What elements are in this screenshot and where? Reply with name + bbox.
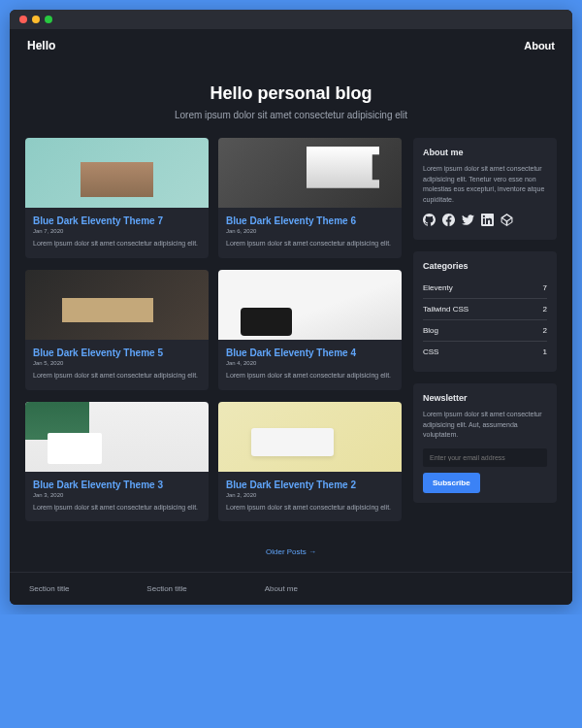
traffic-close[interactable] <box>19 16 27 23</box>
post-date: Jan 7, 2020 <box>33 228 201 234</box>
browser-window: Hello About Hello personal blog Lorem ip… <box>10 10 572 605</box>
about-text: Lorem ipsum dolor sit amet consectetur a… <box>423 164 547 205</box>
footer-col-title: Section title <box>146 584 186 593</box>
linkedin-icon[interactable] <box>481 213 494 230</box>
post-date: Jan 4, 2020 <box>226 360 394 366</box>
facebook-icon[interactable] <box>442 213 455 230</box>
post-card[interactable]: Blue Dark Eleventy Theme 6 Jan 6, 2020 L… <box>218 138 402 258</box>
traffic-minimize[interactable] <box>32 16 40 23</box>
hero-title: Hello personal blog <box>27 83 555 104</box>
post-excerpt: Lorem ipsum dolor sit amet consectetur a… <box>226 371 394 381</box>
post-thumb <box>218 270 402 340</box>
top-nav: Hello About <box>10 29 572 62</box>
post-excerpt: Lorem ipsum dolor sit amet consectetur a… <box>226 503 394 513</box>
categories-title: Categories <box>423 261 547 271</box>
post-excerpt: Lorem ipsum dolor sit amet consectetur a… <box>33 371 201 381</box>
category-count: 1 <box>543 347 547 356</box>
post-title-link[interactable]: Blue Dark Eleventy Theme 3 <box>33 480 201 490</box>
category-count: 2 <box>543 326 547 335</box>
pagination: Older Posts → <box>10 535 572 572</box>
subscribe-button[interactable]: Subscribe <box>423 473 480 493</box>
browser-chrome <box>10 10 572 29</box>
post-card[interactable]: Blue Dark Eleventy Theme 3 Jan 3, 2020 L… <box>25 402 209 522</box>
hero: Hello personal blog Lorem ipsum dolor si… <box>10 62 572 138</box>
post-card[interactable]: Blue Dark Eleventy Theme 2 Jan 2, 2020 L… <box>218 402 402 522</box>
about-title: About me <box>423 148 547 157</box>
nav-about-link[interactable]: About <box>524 40 555 51</box>
post-date: Jan 2, 2020 <box>226 492 394 498</box>
post-date: Jan 3, 2020 <box>33 492 201 498</box>
post-thumb <box>25 138 209 208</box>
category-count: 7 <box>543 283 547 292</box>
newsletter-card: Newsletter Lorem ipsum dolor sit amet co… <box>413 383 557 503</box>
newsletter-text: Lorem ipsum dolor sit amet consectetur a… <box>423 410 547 441</box>
newsletter-title: Newsletter <box>423 393 547 403</box>
twitter-icon[interactable] <box>462 213 474 230</box>
category-name: Tailwind CSS <box>423 305 469 314</box>
older-posts-link[interactable]: Older Posts → <box>266 547 316 556</box>
posts-grid: Blue Dark Eleventy Theme 7 Jan 7, 2020 L… <box>25 138 402 521</box>
main-layout: Blue Dark Eleventy Theme 7 Jan 7, 2020 L… <box>10 138 572 535</box>
sidebar: About me Lorem ipsum dolor sit amet cons… <box>413 138 557 521</box>
page-content: Hello About Hello personal blog Lorem ip… <box>10 29 572 605</box>
brand-link[interactable]: Hello <box>27 39 55 52</box>
category-count: 2 <box>543 305 547 314</box>
about-card: About me Lorem ipsum dolor sit amet cons… <box>413 138 557 240</box>
hero-subtitle: Lorem ipsum dolor sit amet consectetur a… <box>27 110 555 120</box>
newsletter-email-input[interactable] <box>423 448 547 467</box>
post-excerpt: Lorem ipsum dolor sit amet consectetur a… <box>33 503 201 513</box>
post-card[interactable]: Blue Dark Eleventy Theme 7 Jan 7, 2020 L… <box>25 138 209 258</box>
category-item[interactable]: Eleventy 7 <box>423 278 547 299</box>
post-title-link[interactable]: Blue Dark Eleventy Theme 4 <box>226 347 394 358</box>
social-links <box>423 213 547 230</box>
category-name: Blog <box>423 326 438 335</box>
post-title-link[interactable]: Blue Dark Eleventy Theme 2 <box>226 480 394 490</box>
category-name: CSS <box>423 347 438 356</box>
category-item[interactable]: CSS 1 <box>423 342 547 362</box>
category-item[interactable]: Tailwind CSS 2 <box>423 299 547 320</box>
footer-col-title: Section title <box>29 584 69 593</box>
post-title-link[interactable]: Blue Dark Eleventy Theme 5 <box>33 347 201 358</box>
post-excerpt: Lorem ipsum dolor sit amet consectetur a… <box>226 239 394 248</box>
category-item[interactable]: Blog 2 <box>423 320 547 342</box>
categories-card: Categories Eleventy 7 Tailwind CSS 2 Blo… <box>413 251 557 372</box>
post-date: Jan 5, 2020 <box>33 360 201 366</box>
post-card[interactable]: Blue Dark Eleventy Theme 4 Jan 4, 2020 L… <box>218 270 402 390</box>
category-name: Eleventy <box>423 283 453 292</box>
post-thumb <box>25 402 209 472</box>
post-excerpt: Lorem ipsum dolor sit amet consectetur a… <box>33 239 201 248</box>
footer-col-title: About me <box>265 584 298 593</box>
post-thumb <box>25 270 209 340</box>
traffic-maximize[interactable] <box>45 16 52 23</box>
categories-list: Eleventy 7 Tailwind CSS 2 Blog 2 CSS <box>423 278 547 362</box>
codepen-icon[interactable] <box>501 213 513 230</box>
post-thumb <box>218 138 402 208</box>
post-date: Jan 6, 2020 <box>226 228 394 234</box>
post-card[interactable]: Blue Dark Eleventy Theme 5 Jan 5, 2020 L… <box>25 270 209 390</box>
footer: Section title Section title About me <box>10 572 572 605</box>
post-title-link[interactable]: Blue Dark Eleventy Theme 7 <box>33 215 201 226</box>
github-icon[interactable] <box>423 213 436 230</box>
post-title-link[interactable]: Blue Dark Eleventy Theme 6 <box>226 215 394 226</box>
post-thumb <box>218 402 402 472</box>
